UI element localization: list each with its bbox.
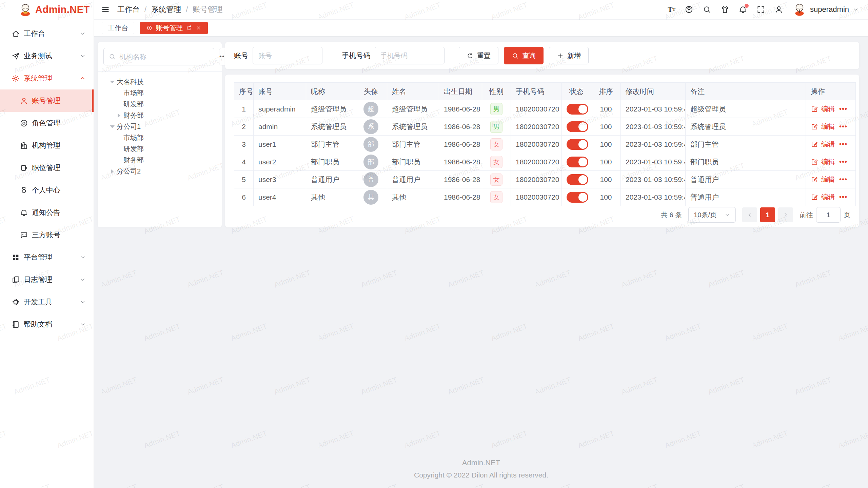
- caret-placeholder: [115, 89, 123, 98]
- edit-icon[interactable]: [811, 176, 818, 183]
- sidebar-subitem-机构管理[interactable]: 机构管理: [0, 134, 94, 157]
- tree-node-分公司1[interactable]: 分公司1: [98, 121, 222, 132]
- table-row: 5user3普通用户普普通用户1986-06-28女18020030720100…: [234, 171, 856, 188]
- cell-sort: 100: [591, 118, 621, 136]
- reset-button[interactable]: 重置: [459, 47, 498, 64]
- sidebar-item-系统管理[interactable]: 系统管理: [0, 67, 94, 89]
- breadcrumb-item[interactable]: 工作台: [117, 4, 140, 15]
- cell-phone: 18020030720: [511, 118, 562, 136]
- status-toggle[interactable]: [567, 139, 588, 150]
- edit-link[interactable]: 编辑: [821, 157, 835, 166]
- column-header-操作: 操作: [806, 83, 856, 100]
- edit-link[interactable]: 编辑: [821, 140, 835, 149]
- search-icon[interactable]: [703, 5, 711, 14]
- row-more-button[interactable]: •••: [839, 105, 847, 113]
- cell-sort: 100: [591, 171, 621, 188]
- notification-icon[interactable]: [738, 5, 747, 14]
- send-icon: [12, 52, 20, 60]
- sidebar-subitem-职位管理[interactable]: 职位管理: [0, 157, 94, 179]
- edit-icon[interactable]: [811, 158, 818, 166]
- edit-link[interactable]: 编辑: [821, 175, 835, 184]
- sidebar-item-开发工具[interactable]: 开发工具: [0, 291, 94, 313]
- tree-node-研发部[interactable]: 研发部: [98, 99, 222, 110]
- edit-icon[interactable]: [811, 105, 818, 113]
- fullscreen-icon[interactable]: [756, 5, 765, 14]
- breadcrumb-item-current: 账号管理: [193, 4, 222, 15]
- status-toggle[interactable]: [567, 157, 588, 167]
- account-input[interactable]: [253, 47, 322, 64]
- query-button[interactable]: 查询: [504, 47, 544, 64]
- language-icon[interactable]: [685, 5, 693, 14]
- sidebar-item-label: 开发工具: [24, 297, 52, 307]
- menu-collapse-icon[interactable]: [101, 5, 110, 14]
- add-button[interactable]: 新增: [549, 47, 589, 64]
- chevron-down-icon: [79, 30, 86, 37]
- phone-input[interactable]: [375, 47, 445, 64]
- sidebar-item-业务测试[interactable]: 业务测试: [0, 45, 94, 67]
- refresh-icon[interactable]: [186, 25, 192, 31]
- tree-node-大名科技[interactable]: 大名科技: [98, 76, 222, 87]
- caret-down-icon[interactable]: [108, 78, 117, 86]
- row-more-button[interactable]: •••: [839, 123, 847, 130]
- sidebar-subitem-个人中心[interactable]: 个人中心: [0, 179, 94, 201]
- profile-icon[interactable]: [774, 5, 783, 14]
- column-header-性别: 性别: [482, 83, 511, 100]
- sidebar-subitem-三方账号[interactable]: 三方账号: [0, 224, 94, 246]
- sidebar-subitem-账号管理[interactable]: 账号管理: [0, 89, 94, 112]
- status-toggle[interactable]: [567, 104, 588, 115]
- logo: Admin.NET: [0, 0, 94, 19]
- tree-node-财务部[interactable]: 财务部: [98, 155, 222, 166]
- tabs-bar: 工作台 账号管理: [94, 20, 868, 37]
- close-icon[interactable]: [195, 25, 202, 31]
- next-page-button[interactable]: [778, 207, 793, 222]
- sidebar-item-帮助文档[interactable]: 帮助文档: [0, 313, 94, 336]
- gender-tag: 女: [490, 174, 502, 186]
- tree-node-分公司2[interactable]: 分公司2: [98, 166, 222, 177]
- gender-tag: 女: [490, 156, 502, 168]
- edit-link[interactable]: 编辑: [821, 122, 835, 131]
- goto-page-input[interactable]: [816, 207, 841, 223]
- sidebar-item-平台管理[interactable]: 平台管理: [0, 246, 94, 268]
- theme-icon[interactable]: [721, 5, 729, 14]
- tree-node-市场部[interactable]: 市场部: [98, 87, 222, 99]
- status-toggle[interactable]: [567, 121, 588, 132]
- caret-right-icon[interactable]: [108, 167, 117, 176]
- row-more-button[interactable]: •••: [839, 176, 847, 183]
- edit-icon[interactable]: [811, 141, 818, 148]
- sidebar-item-工作台[interactable]: 工作台: [0, 22, 94, 45]
- row-more-button[interactable]: •••: [839, 193, 847, 201]
- font-size-icon[interactable]: TT: [668, 5, 675, 14]
- breadcrumb-item[interactable]: 系统管理: [151, 4, 181, 15]
- user-menu[interactable]: superadmin: [792, 2, 859, 17]
- tree-node-label: 研发部: [123, 100, 144, 109]
- caret-down-icon[interactable]: [108, 122, 117, 131]
- refresh-icon: [467, 52, 474, 59]
- page-size-select[interactable]: 10条/页: [688, 207, 736, 223]
- sidebar-item-日志管理[interactable]: 日志管理: [0, 268, 94, 291]
- edit-icon[interactable]: [811, 123, 818, 130]
- edit-link[interactable]: 编辑: [821, 192, 835, 202]
- row-more-button[interactable]: •••: [839, 158, 847, 166]
- tree-node-市场部[interactable]: 市场部: [98, 132, 222, 143]
- sidebar-subitem-角色管理[interactable]: 角色管理: [0, 112, 94, 134]
- caret-right-icon[interactable]: [115, 111, 123, 120]
- edit-link[interactable]: 编辑: [821, 104, 835, 114]
- tab-workbench[interactable]: 工作台: [102, 22, 134, 34]
- tree-node-研发部[interactable]: 研发部: [98, 143, 222, 155]
- cell-phone: 18020030720: [511, 153, 562, 171]
- sidebar-subitem-通知公告[interactable]: 通知公告: [0, 201, 94, 224]
- status-toggle[interactable]: [567, 192, 588, 203]
- avatar: 其: [363, 190, 378, 205]
- org-search-box: [103, 48, 214, 65]
- edit-icon[interactable]: [811, 194, 818, 201]
- prev-page-button[interactable]: [742, 207, 757, 222]
- status-toggle[interactable]: [567, 174, 588, 185]
- tree-node-财务部[interactable]: 财务部: [98, 110, 222, 121]
- sidebar-item-label: 工作台: [24, 29, 45, 38]
- page-number-current[interactable]: 1: [760, 207, 775, 222]
- row-more-button[interactable]: •••: [839, 140, 847, 148]
- docs-icon: [12, 276, 20, 284]
- tab-account-management[interactable]: 账号管理: [140, 22, 208, 34]
- cell-index: 5: [234, 171, 254, 188]
- org-search-input[interactable]: [119, 53, 209, 61]
